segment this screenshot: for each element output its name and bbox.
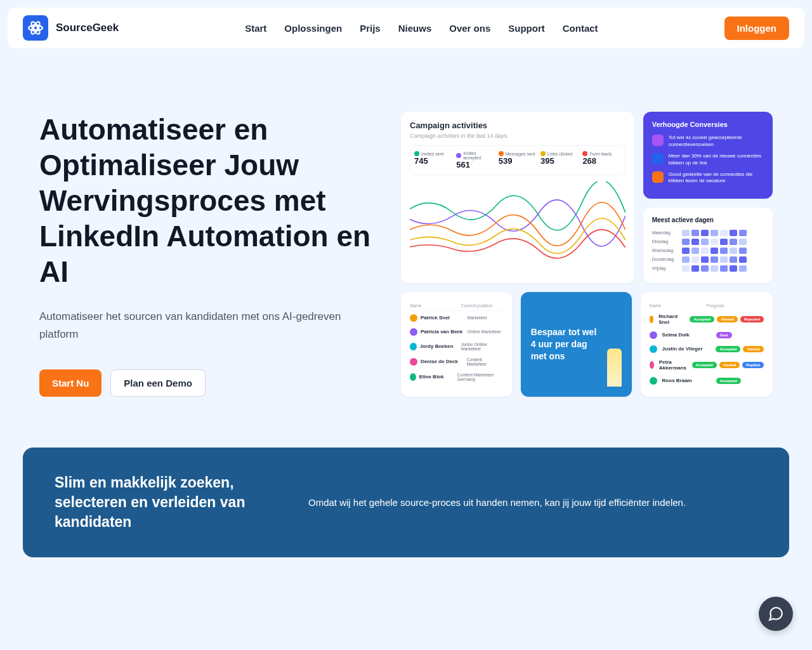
login-button[interactable]: Inloggen <box>724 17 790 40</box>
chart-subtitle: Campaign activities in the last 14 days. <box>410 133 625 139</box>
day-row: Dinsdag <box>652 239 764 245</box>
nav-link-prijs[interactable]: Prijs <box>360 23 381 34</box>
people-row: Jordy BoekenJunior Online Marketeer <box>410 339 503 354</box>
stat-item: Invites accepted561 <box>456 151 494 169</box>
progress-card: NameProgress Richard SnelAccepted Viewed… <box>641 292 773 397</box>
people-head-position: Current position <box>461 303 492 308</box>
day-row: Vrijdag <box>652 265 764 272</box>
progress-row: Roos BraamAccepted <box>650 374 764 388</box>
nav-link-nieuws[interactable]: Nieuws <box>398 23 432 34</box>
hero-subtitle: Automatiseer het sourcen van kandidaten … <box>39 308 382 345</box>
start-now-button[interactable]: Start Nu <box>39 369 102 397</box>
progress-row: Richard SnelAccepted Viewed Rejected <box>650 310 764 328</box>
stat-item: Invites sent745 <box>414 151 452 169</box>
sub-banner-title: Slim en makkelijk zoeken, selecteren en … <box>55 473 270 532</box>
progress-head-progress: Progress <box>707 303 724 308</box>
people-row: Patrick SnelMarketeer <box>410 311 503 325</box>
stat-item: Links clicked395 <box>540 151 579 169</box>
logo-icon <box>23 15 48 41</box>
people-list-card: NameCurrent position Patrick SnelMarkete… <box>401 292 512 397</box>
svg-point-0 <box>34 26 38 30</box>
campaign-activities-card: Campaign activities Campaign activities … <box>401 112 634 282</box>
conversion-item: Meer dan 30% van de nieuwe connecties kl… <box>652 153 764 166</box>
conversions-title: Verhoogde Conversies <box>652 121 764 128</box>
active-days-title: Meest actieve dagen <box>652 216 764 223</box>
progress-row: Petra AkkermansAccepted Viewed Replied <box>650 356 764 374</box>
stat-item: Form leads268 <box>582 151 620 169</box>
navbar: SourceGeek StartOplossingenPrijsNieuwsOv… <box>8 8 804 48</box>
chart-title: Campaign activities <box>410 121 625 130</box>
people-row: Patricia van BeekOnline Marketeer <box>410 325 503 339</box>
people-row: Denise de DeckContent Marketeer <box>410 354 503 369</box>
hero-illustration: Campaign activities Campaign activities … <box>401 112 773 396</box>
conversion-item: Groot gedeelte van de connecties die kli… <box>652 171 764 185</box>
hero-title: Automatiseer en Optimaliseer Jouw Wervin… <box>39 112 382 290</box>
sub-banner: Slim en makkelijk zoeken, selecteren en … <box>23 448 789 557</box>
people-head-name: Name <box>410 303 461 308</box>
brand-name: SourceGeek <box>56 22 119 34</box>
plan-demo-button[interactable]: Plan een Demo <box>110 369 206 397</box>
hero-section: Automatiseer en Optimaliseer Jouw Wervin… <box>8 74 804 448</box>
people-row: Eline BlokContent Marketeer Germany <box>410 369 503 385</box>
day-row: Woensdag <box>652 248 764 254</box>
conversions-card: Verhoogde Conversies Tot wel 4x zoveel g… <box>643 112 773 198</box>
nav-link-oplossingen[interactable]: Oplossingen <box>284 23 342 34</box>
nav-link-support[interactable]: Support <box>508 23 545 34</box>
logo-section[interactable]: SourceGeek <box>23 15 119 41</box>
progress-row: Justin de VliegerAccepted Viewed <box>650 342 764 356</box>
nav-link-contact[interactable]: Contact <box>563 23 598 34</box>
stat-item: Messages sent539 <box>499 151 537 169</box>
sub-banner-text: Omdat wij het gehele source-proces uit h… <box>308 495 686 510</box>
nav-links: StartOplossingenPrijsNieuwsOver onsSuppo… <box>245 23 598 34</box>
nav-link-start[interactable]: Start <box>245 23 266 34</box>
progress-head-name: Name <box>650 303 707 308</box>
day-row: Maandag <box>652 230 764 236</box>
progress-row: Selma DolkSent <box>650 328 764 342</box>
time-saving-card: Bespaar tot wel 4 uur per dag met ons <box>521 292 632 397</box>
time-saving-text: Bespaar tot wel 4 uur per dag met ons <box>531 326 601 362</box>
person-image <box>607 348 622 387</box>
active-days-card: Meest actieve dagen MaandagDinsdagWoensd… <box>643 208 773 283</box>
nav-link-over-ons[interactable]: Over ons <box>449 23 490 34</box>
conversion-item: Tot wel 4x zoveel geaccepteerde connecti… <box>652 135 764 148</box>
day-row: Donderdag <box>652 256 764 263</box>
chart-area <box>410 182 625 264</box>
